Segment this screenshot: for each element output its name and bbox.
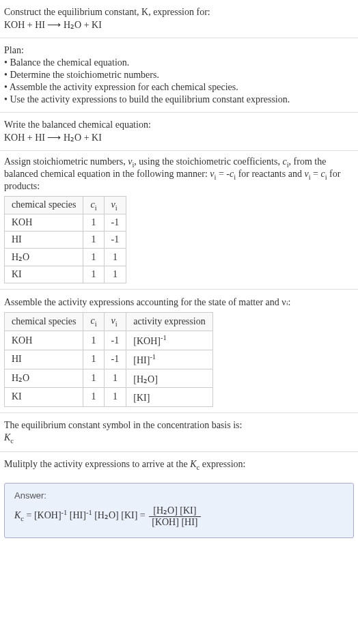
stoich-nu-symbol: νi — [128, 156, 134, 167]
stoich-c-symbol: ci — [282, 156, 288, 167]
cell-vi: 1 — [104, 369, 126, 388]
table-row: H₂O 1 1 [H₂O] — [5, 369, 213, 388]
table-row: KOH 1 -1 — [5, 214, 126, 232]
table-header-row: chemical species ci νi — [5, 196, 126, 214]
cell-ci: 1 — [83, 331, 104, 350]
stoich-rel-products: νi = ci — [304, 169, 327, 179]
cell-vi: 1 — [104, 249, 126, 266]
plan-item-2: • Determine the stoichiometric numbers. — [4, 70, 354, 81]
cell-vi: -1 — [104, 331, 126, 350]
th-ci: ci — [83, 313, 104, 331]
cell-ci: 1 — [83, 214, 104, 232]
cell-vi: -1 — [104, 350, 126, 369]
th-species: chemical species — [5, 196, 83, 214]
cell-vi: 1 — [104, 388, 126, 407]
fraction-denominator: [KOH] [HI] — [149, 517, 200, 528]
cell-species: KI — [5, 388, 83, 407]
symbol-line2: Kc — [4, 432, 354, 445]
balanced-equation: KOH + HI ⟶ H₂O + KI — [4, 132, 354, 143]
plan-item-1: • Balance the chemical equation. — [4, 57, 354, 68]
table-row: KI 1 1 [KI] — [5, 388, 213, 407]
plan-item-3: • Assemble the activity expression for e… — [4, 82, 354, 93]
symbol-section: The equilibrium constant symbol in the c… — [0, 413, 358, 452]
cell-ci: 1 — [83, 350, 104, 369]
cell-vi: -1 — [104, 232, 126, 249]
activity-table: chemical species ci νi activity expressi… — [4, 312, 213, 406]
cell-activity: [KI] — [126, 388, 212, 407]
cell-species: KOH — [5, 331, 83, 350]
activity-intro: Assemble the activity expressions accoun… — [4, 296, 354, 308]
answer-label: Answer: — [14, 490, 344, 501]
intro-section: Construct the equilibrium constant, K, e… — [0, 0, 358, 38]
stoich-intro-p2: , using the stoichiometric coefficients, — [134, 156, 282, 167]
cell-vi: -1 — [104, 214, 126, 232]
fraction-numerator: [H₂O] [KI] — [149, 505, 200, 517]
act-base: [HI] — [133, 355, 150, 365]
cell-ci: 1 — [83, 369, 104, 388]
symbol-line1: The equilibrium constant symbol in the c… — [4, 420, 354, 431]
table-row: H₂O 1 1 — [5, 249, 126, 266]
intro-equation: KOH + HI ⟶ H₂O + KI — [4, 19, 354, 31]
cell-vi: 1 — [104, 266, 126, 283]
plan-item-4: • Use the activity expressions to build … — [4, 94, 354, 105]
th-vi: νi — [104, 313, 126, 331]
act-exp: -1 — [161, 334, 167, 341]
stoich-intro: Assign stoichiometric numbers, νi, using… — [4, 156, 354, 192]
cell-ci: 1 — [83, 266, 104, 283]
th-activity: activity expression — [126, 313, 212, 331]
th-vi: νi — [104, 196, 126, 214]
act-base: [KI] — [133, 393, 150, 403]
cell-ci: 1 — [83, 249, 104, 266]
exp1: -1 — [61, 509, 68, 516]
cell-activity: [H₂O] — [126, 369, 212, 388]
cell-species: H₂O — [5, 369, 83, 388]
cell-ci: 1 — [83, 388, 104, 407]
stoich-table: chemical species ci νi KOH 1 -1 HI 1 -1 … — [4, 196, 126, 284]
plan-section: Plan: • Balance the chemical equation. •… — [0, 38, 358, 113]
final-intro-text: Mulitply the activity expressions to arr… — [4, 459, 245, 469]
th-species: chemical species — [5, 313, 83, 331]
table-row: KOH 1 -1 [KOH]-1 — [5, 331, 213, 350]
stoich-intro-p4: for reactants and — [236, 169, 304, 179]
final-section: Mulitply the activity expressions to arr… — [0, 452, 358, 478]
activity-section: Assemble the activity expressions accoun… — [0, 290, 358, 412]
th-ci: ci — [83, 196, 104, 214]
kc-expression: Kc = [KOH]-1 [HI]-1 [H₂O] [KI] = [H₂O] [… — [14, 505, 344, 528]
cell-species: KOH — [5, 214, 83, 232]
stoich-intro-p1: Assign stoichiometric numbers, — [4, 156, 128, 167]
act-base: [H₂O] — [133, 374, 158, 384]
intro-line1: Construct the equilibrium constant, K, e… — [4, 7, 354, 18]
act-exp: -1 — [150, 353, 156, 361]
stoich-section: Assign stoichiometric numbers, νi, using… — [0, 151, 358, 290]
exp2: -1 — [86, 509, 92, 516]
cell-activity: [KOH]-1 — [126, 331, 212, 350]
cell-species: H₂O — [5, 249, 83, 266]
table-row: HI 1 -1 — [5, 232, 126, 249]
cell-species: HI — [5, 350, 83, 369]
cell-species: HI — [5, 232, 83, 249]
table-row: HI 1 -1 [HI]-1 — [5, 350, 213, 369]
act-base: [KOH] — [133, 336, 161, 346]
cell-activity: [HI]-1 — [126, 350, 212, 369]
balanced-heading: Write the balanced chemical equation: — [4, 120, 354, 130]
plan-heading: Plan: — [4, 45, 354, 56]
table-header-row: chemical species ci νi activity expressi… — [5, 313, 213, 331]
fraction: [H₂O] [KI] [KOH] [HI] — [149, 505, 200, 528]
answer-box: Answer: Kc = [KOH]-1 [HI]-1 [H₂O] [KI] =… — [4, 483, 354, 538]
cell-ci: 1 — [83, 232, 104, 249]
cell-species: KI — [5, 266, 83, 283]
table-row: KI 1 1 — [5, 266, 126, 283]
final-intro: Mulitply the activity expressions to arr… — [4, 459, 354, 471]
balanced-section: Write the balanced chemical equation: KO… — [0, 113, 358, 151]
stoich-rel-reactants: νi = -ci — [210, 169, 236, 179]
